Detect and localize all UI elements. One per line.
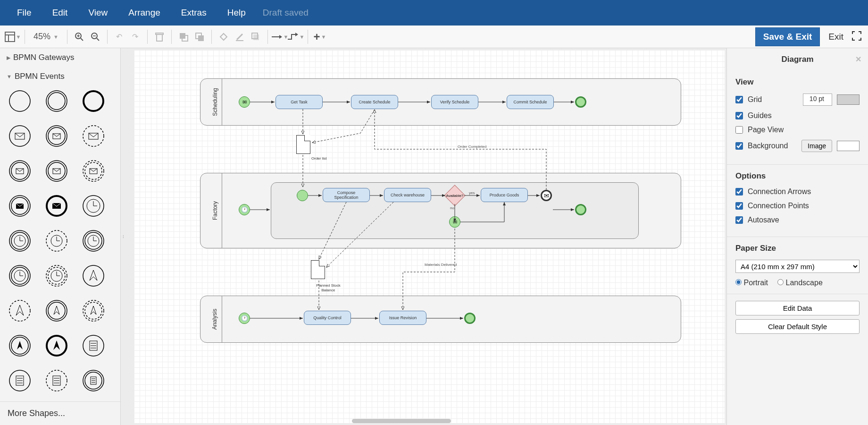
- shape-conditional-boundary[interactable]: [43, 367, 70, 394]
- pageview-checkbox[interactable]: [735, 126, 743, 134]
- image-button[interactable]: Image: [801, 140, 832, 152]
- line-color-icon[interactable]: [232, 29, 248, 45]
- svg-point-73: [83, 265, 104, 286]
- shape-escalation-boundary-ni[interactable]: [80, 298, 107, 324]
- task-create-schedule[interactable]: Create Schedule: [351, 95, 398, 109]
- shape-conditional-ni[interactable]: [7, 367, 33, 394]
- delete-icon[interactable]: [151, 29, 167, 45]
- shape-event-end[interactable]: [80, 88, 107, 114]
- shape-message-intermediate[interactable]: [43, 123, 70, 149]
- waypoint-icon[interactable]: ▼: [288, 29, 304, 45]
- background-checkbox[interactable]: [735, 142, 743, 150]
- shape-escalation-ni[interactable]: [7, 298, 33, 324]
- shape-escalation-end[interactable]: [43, 332, 70, 359]
- shape-timer-start[interactable]: [80, 193, 107, 219]
- shape-message-boundary-ni[interactable]: [80, 158, 107, 184]
- close-icon[interactable]: ✕: [855, 55, 861, 64]
- grid-checkbox[interactable]: [735, 96, 743, 103]
- shape-message-throw[interactable]: [7, 193, 33, 219]
- document-stock-balance[interactable]: [311, 260, 325, 279]
- shape-message-boundary[interactable]: [43, 158, 70, 184]
- task-produce-goods[interactable]: Produce Goods: [481, 188, 528, 202]
- exit-button[interactable]: Exit: [824, 29, 848, 45]
- svg-point-34: [46, 161, 67, 181]
- zoom-in-icon[interactable]: [71, 29, 87, 45]
- end-event-3[interactable]: [464, 313, 476, 324]
- conn-points-checkbox[interactable]: [735, 202, 743, 210]
- shape-timer-intermediate[interactable]: [7, 228, 33, 254]
- zoom-level[interactable]: 45%▼: [29, 32, 63, 42]
- save-exit-button[interactable]: Save & Exit: [755, 27, 820, 46]
- shape-conditional-catch[interactable]: [80, 367, 107, 394]
- task-issue-revision[interactable]: Issue Revision: [379, 311, 426, 325]
- zoom-out-icon[interactable]: [87, 29, 103, 45]
- menu-edit[interactable]: Edit: [44, 5, 76, 21]
- drawing-canvas[interactable]: Scheduling ✉ Get Task Create Schedule Ve…: [134, 50, 725, 423]
- pool-analysis[interactable]: Analysis: [200, 296, 681, 343]
- timer-start-event[interactable]: 🕐: [239, 204, 250, 215]
- end-event-2[interactable]: [575, 204, 586, 215]
- fill-icon[interactable]: [216, 29, 232, 45]
- to-back-icon[interactable]: [192, 29, 208, 45]
- shape-timer-catch[interactable]: [80, 228, 107, 254]
- timer-start-event-2[interactable]: 🕐: [239, 313, 250, 324]
- shape-timer-boundary[interactable]: [7, 263, 33, 289]
- conn-arrows-checkbox[interactable]: [735, 188, 743, 196]
- shape-timer-boundary-ni[interactable]: [43, 263, 70, 289]
- shape-message-start[interactable]: [7, 123, 33, 149]
- clear-style-button[interactable]: Clear Default Style: [735, 319, 860, 334]
- edit-data-button[interactable]: Edit Data: [735, 301, 860, 315]
- add-icon[interactable]: +▼: [312, 29, 328, 45]
- task-get-task[interactable]: Get Task: [275, 95, 323, 109]
- redo-icon[interactable]: ↷: [127, 29, 143, 45]
- shape-conditional-start[interactable]: [80, 332, 107, 359]
- sidebar-group-gateways[interactable]: ▶BPMN Gateways: [0, 48, 120, 67]
- menu-arrange[interactable]: Arrange: [120, 5, 169, 21]
- start-event-sub[interactable]: [297, 190, 308, 201]
- sidebar-group-events[interactable]: ▼BPMN Events: [0, 67, 120, 86]
- landscape-radio[interactable]: Landscape: [777, 279, 823, 287]
- more-shapes-button[interactable]: More Shapes...: [0, 401, 120, 425]
- shape-message-noninterrupt[interactable]: [80, 123, 107, 149]
- menu-file[interactable]: File: [8, 5, 40, 21]
- guides-checkbox[interactable]: [735, 112, 743, 119]
- menu-help[interactable]: Help: [219, 5, 254, 21]
- grid-color-swatch[interactable]: [837, 94, 860, 105]
- shape-message-end[interactable]: [43, 193, 70, 219]
- layout-button[interactable]: ▼: [5, 29, 21, 45]
- splitter-handle[interactable]: ⫶: [121, 48, 125, 425]
- end-event-1[interactable]: [575, 96, 586, 108]
- paper-size-select[interactable]: A4 (210 mm x 297 mm): [735, 260, 860, 273]
- task-check-warehouse[interactable]: Check warehouse: [384, 188, 431, 202]
- start-event-message[interactable]: ✉: [239, 96, 250, 108]
- svg-point-37: [83, 161, 104, 181]
- autosave-checkbox[interactable]: [735, 216, 743, 224]
- portrait-radio[interactable]: Portrait: [735, 279, 768, 287]
- shape-escalation-start[interactable]: [80, 263, 107, 289]
- shape-escalation-boundary[interactable]: [43, 298, 70, 324]
- document-order-list[interactable]: [296, 135, 310, 154]
- shape-event-start[interactable]: [7, 88, 33, 114]
- horizontal-scrollbar[interactable]: [352, 419, 451, 423]
- task-compose-spec[interactable]: Compose Specification: [323, 188, 370, 202]
- shape-escalation-throw[interactable]: [7, 332, 33, 359]
- task-commit-schedule[interactable]: Commit Schedule: [507, 95, 554, 109]
- background-label: Background: [748, 142, 788, 150]
- message-end-event[interactable]: ✉: [541, 190, 552, 201]
- shape-timer-ni[interactable]: [43, 228, 70, 254]
- background-color-swatch[interactable]: [837, 141, 860, 151]
- shape-event-intermediate[interactable]: [43, 88, 70, 114]
- to-front-icon[interactable]: [175, 29, 192, 45]
- task-quality-control[interactable]: Quality Control: [304, 311, 351, 325]
- task-verify-schedule[interactable]: Verify Schedule: [431, 95, 478, 109]
- undo-icon[interactable]: ↶: [111, 29, 127, 45]
- shape-message-catch[interactable]: [7, 158, 33, 184]
- shadow-icon[interactable]: [248, 29, 264, 45]
- canvas-area[interactable]: ⫶ Scheduling ✉ Get Task Create Schedule …: [121, 48, 726, 425]
- connection-icon[interactable]: ▼: [272, 29, 288, 45]
- grid-size-input[interactable]: 10 pt: [803, 94, 832, 106]
- message-intermediate-event[interactable]: ✉: [449, 216, 460, 228]
- menu-extras[interactable]: Extras: [173, 5, 215, 21]
- fullscreen-icon[interactable]: [852, 31, 863, 42]
- menu-view[interactable]: View: [80, 5, 116, 21]
